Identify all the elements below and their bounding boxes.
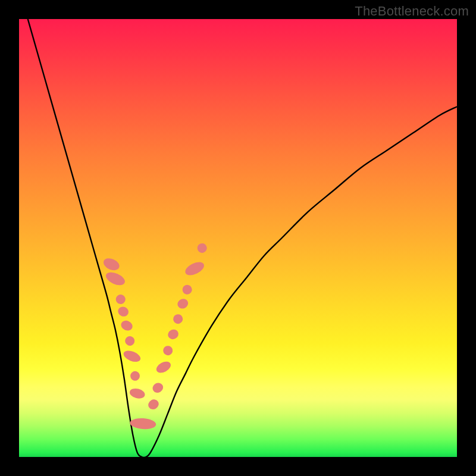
marker-right-arm: [146, 397, 161, 411]
marker-left-arm: [102, 256, 121, 273]
curve-markers: [102, 242, 208, 430]
marker-right-arm: [171, 312, 184, 325]
watermark-text: TheBottleneck.com: [355, 4, 469, 19]
bottleneck-curve: [28, 19, 457, 457]
marker-right-arm: [166, 328, 180, 341]
plot-area: [19, 19, 457, 457]
marker-left-arm: [129, 370, 141, 382]
marker-left-arm: [114, 293, 127, 305]
marker-left-arm: [122, 349, 142, 364]
marker-right-arm: [151, 381, 165, 394]
marker-left-arm: [117, 305, 130, 318]
marker-left-arm: [104, 270, 127, 287]
marker-right-arm: [183, 259, 206, 278]
marker-left-arm: [129, 387, 146, 400]
marker-left-arm: [124, 334, 136, 347]
marker-right-arm: [155, 359, 173, 375]
curve-layer: [19, 19, 457, 457]
marker-right-arm: [161, 344, 174, 357]
marker-right-arm: [196, 242, 208, 254]
marker-left-arm: [120, 319, 134, 333]
marker-right-arm: [181, 283, 193, 296]
chart-frame: TheBottleneck.com: [0, 0, 476, 476]
marker-right-arm: [176, 297, 190, 310]
marker-bottom: [130, 418, 156, 430]
